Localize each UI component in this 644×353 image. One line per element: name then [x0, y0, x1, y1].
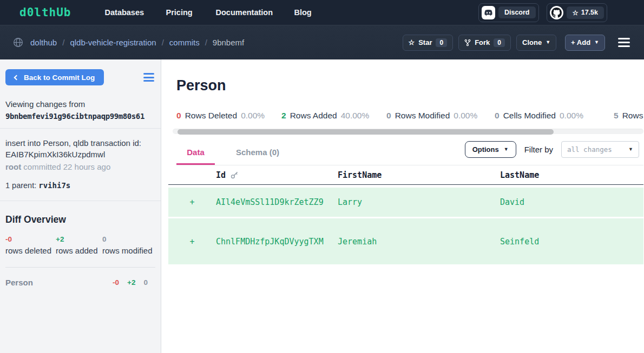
discord-icon [482, 6, 495, 19]
parent-commit-hash[interactable]: rvihi7s [38, 181, 70, 190]
github-button[interactable]: ☆17.5k [547, 3, 608, 22]
filter-changes-select[interactable]: all changes ▼ [561, 141, 639, 158]
commit-info-section: insert into Person, qldb transaction id:… [0, 128, 161, 201]
row-added-marker: + [168, 197, 216, 207]
nav-link-pricing[interactable]: Pricing [166, 8, 216, 17]
stat-rows-unmodified: 5Rows U [614, 111, 643, 121]
overview-table-name: Person [5, 278, 33, 287]
clone-label: Clone [522, 38, 542, 46]
breadcrumb-owner[interactable]: dolthub [30, 38, 57, 47]
github-star-chip: ☆17.5k [567, 6, 604, 19]
nav-link-blog[interactable]: Blog [294, 8, 312, 17]
tab-schema[interactable]: Schema (0) [236, 148, 279, 165]
add-button[interactable]: + Add ▼ [565, 35, 605, 51]
page-title: Person [176, 77, 644, 94]
nav-link-documentation[interactable]: Documentation [216, 8, 294, 17]
star-icon: ☆ [573, 9, 579, 17]
parent-commit-line: 1 parent: rvihi7s [5, 181, 155, 190]
chevron-down-icon: ▼ [594, 40, 599, 45]
committer-name: root [5, 162, 21, 171]
commit-meta: root committed 22 hours ago [5, 162, 155, 171]
primary-key-icon [231, 171, 239, 179]
fork-count-badge: 0 [494, 38, 505, 47]
cell-firstname[interactable]: Jeremiah [338, 237, 500, 247]
discord-label: Discord [498, 6, 536, 18]
menu-hamburger-icon[interactable] [618, 38, 630, 47]
horizontal-scrollbar[interactable] [173, 129, 643, 134]
add-label: + Add [571, 38, 590, 46]
rows-deleted-stat: -0 rows deleted [5, 235, 56, 255]
chevron-down-icon: ▼ [546, 40, 550, 45]
options-label: Options [472, 145, 499, 154]
nav-links: Databases Pricing Documentation Blog [105, 8, 312, 17]
diff-overview-title: Diff Overview [5, 214, 155, 225]
cell-lastname[interactable]: Seinfeld [500, 237, 643, 247]
rows-modified-stat: 0 rows modified [102, 235, 153, 255]
cell-id[interactable]: AIl4eVmSSl11D9krZetZZ9 [216, 197, 338, 207]
diff-overview-section: Diff Overview -0 rows deleted +2 rows ad… [0, 201, 161, 287]
cell-lastname[interactable]: David [500, 197, 643, 207]
chevron-down-icon: ▼ [628, 147, 633, 152]
stat-rows-added: 2Rows Added40.00% [281, 111, 386, 121]
star-button[interactable]: ☆ Star 0 [403, 35, 454, 51]
dolthub-logo[interactable]: d0lthUb [19, 6, 71, 19]
github-icon [550, 6, 563, 19]
repo-header-bar: dolthub / qldb-vehicle-registration / co… [0, 25, 644, 59]
fork-button[interactable]: Fork 0 [458, 35, 511, 51]
diff-table-header: Id FirstName LastName [168, 165, 643, 185]
cell-id[interactable]: ChnlFMDHzfpJKqDVyygTXM [216, 237, 338, 247]
cell-firstname[interactable]: Larry [338, 197, 500, 207]
commit-hash: 9bnbemfevi91g96cibtnpaqp99m80s61 [5, 112, 154, 121]
stat-rows-deleted: 0Rows Deleted0.00% [176, 111, 281, 121]
viewing-changes-label: Viewing changes from [5, 99, 154, 109]
breadcrumb-sep: / [205, 38, 207, 47]
overview-table-row-person[interactable]: Person -0 +2 0 [5, 278, 155, 287]
row-added-marker: + [168, 237, 216, 247]
clone-button[interactable]: Clone ▼ [516, 35, 556, 51]
star-label: Star [418, 38, 432, 46]
star-count-badge: 0 [436, 38, 447, 47]
overview-deleted-count: -0 [113, 278, 119, 287]
back-to-commit-log-button[interactable]: Back to Commit Log [5, 69, 104, 85]
diff-stats-row: 0Rows Deleted0.00% 2Rows Added40.00% 0Ro… [176, 111, 643, 121]
diff-table: Id FirstName LastName + AIl4eVmSSl11D9kr… [168, 165, 643, 264]
chevron-left-icon [14, 75, 19, 80]
breadcrumb-sep: / [62, 38, 64, 47]
column-header-lastname[interactable]: LastName [500, 170, 643, 180]
discord-button[interactable]: Discord [478, 3, 539, 22]
breadcrumb-commit-ref: 9bnbemf [213, 38, 244, 47]
overview-modified-count: 0 [143, 278, 148, 287]
tab-data[interactable]: Data [176, 148, 215, 165]
nav-link-databases[interactable]: Databases [105, 8, 166, 17]
diff-main-panel: Person 0Rows Deleted0.00% 2Rows Added40.… [161, 59, 644, 353]
github-star-count: 17.5k [581, 9, 598, 16]
committed-ago: committed 22 hours ago [23, 162, 110, 171]
fork-label: Fork [475, 38, 490, 46]
scrollbar-thumb[interactable] [178, 129, 554, 135]
stat-rows-modified: 0Rows Modified0.00% [386, 111, 495, 121]
options-button[interactable]: Options ▼ [465, 141, 516, 158]
rows-added-stat: +2 rows added [56, 235, 102, 255]
table-row-added[interactable]: + AIl4eVmSSl11D9krZetZZ9 Larry David [168, 188, 643, 217]
fork-icon [464, 39, 471, 46]
commit-sidebar: Back to Commit Log Viewing changes from … [0, 59, 161, 353]
chevron-down-icon: ▼ [504, 147, 509, 152]
star-icon: ☆ [409, 38, 415, 46]
table-row-added[interactable]: + ChnlFMDHzfpJKqDVyygTXM Jeremiah Seinfe… [168, 218, 643, 264]
filter-by-label: Filter by [524, 145, 553, 154]
breadcrumb: dolthub / qldb-vehicle-registration / co… [13, 37, 244, 48]
overview-added-count: +2 [127, 278, 135, 287]
breadcrumb-sep: / [162, 38, 164, 47]
column-header-id[interactable]: Id [216, 170, 226, 180]
stat-cells-modified: 0Cells Modified0.00% [495, 111, 614, 121]
back-button-label: Back to Commit Log [24, 74, 95, 82]
commit-message: insert into Person, qldb transaction id:… [5, 137, 155, 160]
top-navbar: d0lthUb Databases Pricing Documentation … [0, 0, 644, 25]
globe-icon [13, 37, 23, 48]
breadcrumb-repo[interactable]: qldb-vehicle-registration [70, 38, 156, 47]
column-header-firstname[interactable]: FirstName [338, 170, 500, 180]
filter-selected-value: all changes [567, 145, 612, 154]
user-avatar[interactable] [617, 3, 635, 22]
breadcrumb-commits[interactable]: commits [169, 38, 200, 47]
sidebar-hamburger-icon[interactable] [143, 73, 154, 82]
